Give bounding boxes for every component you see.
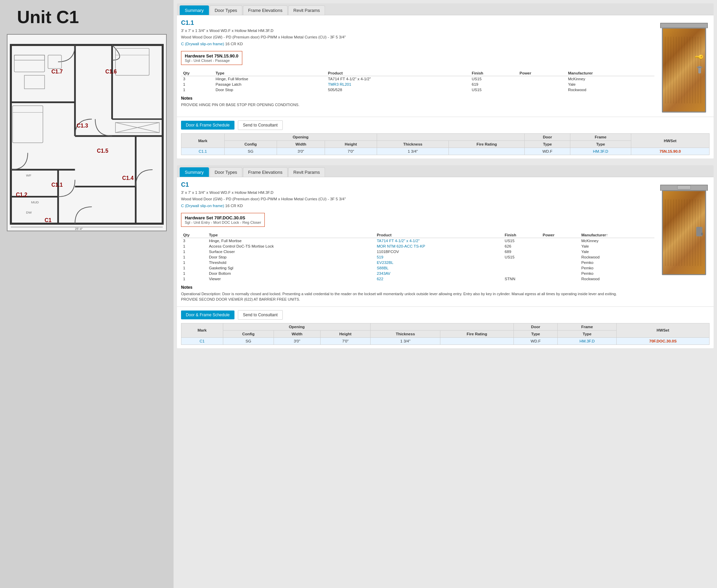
svg-text:C1.1: C1.1 [51,182,63,188]
door-frame-schedule-btn-bottom[interactable]: Door & Frame Schedule [181,310,234,319]
sched-dtype-top: Type [525,141,570,148]
door-image-container-top: 🔑 [658,19,710,113]
door-card-c1-1: Summary Door Types Frame Elevations Revi… [177,3,714,158]
hw-product[interactable]: S88BL [375,265,503,271]
hw-qty: 1 [181,271,207,276]
hw-product[interactable]: TA714 FT 4-1/2" x 4-1/2" [375,238,503,243]
svg-text:C1.6: C1.6 [105,69,117,74]
hw-table-bottom: Qty Type Product Finish Power Manufactur… [181,232,654,282]
tab-frame-elevations-top[interactable]: Frame Elevations [243,5,288,15]
hw-row-bottom: 1 Access Control DoC-TS Mortise Lock MOR… [181,243,654,249]
hw-power [541,249,579,254]
send-to-consultant-btn-bottom[interactable]: Send to Consultant [238,310,283,320]
sched-height-bottom: Height [320,330,371,337]
hw-manufacturer: Yale [566,82,654,87]
hw-product[interactable]: EV232BL [375,260,503,265]
tab-summary-bottom[interactable]: Summary [180,167,209,177]
hw-product: 1101BFCOV [375,249,503,254]
sched-config-top: Config [224,141,277,148]
sched-hwset-bottom: HWSet [617,323,710,337]
col-manufacturer-top: Manufacturer [566,70,654,76]
door-id-bottom: C1 [181,181,654,188]
schedule-header-bottom: Door & Frame Schedule Send to Consultant [181,310,710,320]
row-hwset-top[interactable]: 75N.15.90.0 [631,148,709,155]
keyhole-bottom [701,233,703,235]
row-ftype-top[interactable]: HM.3F.D [570,148,631,155]
svg-rect-15 [115,48,149,75]
door-frame-schedule-btn-top[interactable]: Door & Frame Schedule [181,121,234,130]
hw-qty: 1 [181,87,213,93]
hw-row-top: 3 Hinge, Full Mortise TA714 FT 4-1/2" x … [181,76,654,82]
floor-plan: WF DW MUD C1.7 C1.6 C1.3 C1.5 C1.2 C1.1 … [7,34,167,231]
svg-text:25'-4": 25'-4" [75,227,83,231]
tab-door-types-bottom[interactable]: Door Types [210,167,242,177]
hw-product[interactable]: 2343AV [375,271,503,276]
door-desc-2-bottom: Wood Wood Door (GW) - PD (Premium door) … [181,196,654,202]
hw-table-top: Qty Type Product Finish Power Manufactur… [181,70,654,93]
door-image-container-bottom [658,181,710,302]
door-frame-desc-bottom: C (Drywall slip-on frame) 16 CR KD [181,203,654,209]
hw-row-top: 1 Door Stop 505/528 US15 Rockwood [181,87,654,93]
frame-link-top[interactable]: C (Drywall slip-on frame) [181,42,224,46]
tab-frame-elevations-bottom[interactable]: Frame Elevations [243,167,288,177]
sched-spacer2 [371,323,514,330]
hw-power [541,254,579,260]
hw-product[interactable]: TMR3 RL201 [326,82,470,87]
hw-type: Door Bottom [207,271,375,276]
row-height-bottom: 7'0" [320,337,371,345]
notes-label-top: Notes [181,96,654,101]
hw-type: Door Stop [207,254,375,260]
hw-qty: 1 [181,249,207,254]
door-desc-2-top: Wood Wood Door (GW) - PD (Premium door) … [181,34,654,40]
row-thick-bottom: 1 3/4" [371,337,440,345]
svg-text:WF: WF [26,173,31,177]
hw-qty: 1 [181,254,207,260]
sched-height-top: Height [325,141,377,148]
tab-bar-bottom: Summary Door Types Frame Elevations Revi… [177,165,714,177]
hw-type: Gasketing Sgl [207,265,375,271]
hw-qty: 3 [181,238,207,243]
door-image-top: 🔑 [662,28,706,113]
schedule-section-top: Door & Frame Schedule Send to Consultant… [177,117,714,158]
row-mark-top[interactable]: C1.1 [181,148,225,155]
hw-finish: US15 [470,87,517,93]
hw-finish [503,260,541,265]
sched-door-bottom: Door [514,323,558,330]
hw-qty: 3 [181,76,213,82]
notes-text-top: PROVIDE HINGE PIN OR BASE STOP PER OPENI… [181,102,654,108]
row-mark-bottom[interactable]: C1 [181,337,223,345]
hw-power [518,82,566,87]
sched-ftype-top: Type [570,141,631,148]
hw-row-bottom: 1 Door Bottom 2343AV Pemko [181,271,654,276]
hw-product[interactable]: MOR NTM 620-ACC TS-KP [375,243,503,249]
row-hwset-bottom[interactable]: 70F.DOC.30.0S [617,337,710,345]
row-ftype-bottom[interactable]: HM.3F.D [558,337,617,345]
door-desc-1-top: 3' x 7' x 1 3/4" x Wood WD.F x Hollow Me… [181,28,654,34]
hw-product[interactable]: 519 [375,254,503,260]
sched-thick-bottom: Thickness [371,330,440,337]
hw-manufacturer: Rockwood [579,254,654,260]
hw-row-bottom: 1 Viewer 622 STNN Rockwood [181,276,654,282]
col-finish-bottom: Finish [503,232,541,238]
col-qty-top: Qty [181,70,213,76]
hw-finish: US15 [503,238,541,243]
send-to-consultant-btn-top[interactable]: Send to Consultant [238,120,283,130]
frame-link-bottom[interactable]: C (Drywall slip-on frame) [181,204,224,208]
sched-opening-top: Opening [224,134,377,141]
hw-manufacturer: Pemko [579,265,654,271]
hw-product[interactable]: 622 [375,276,503,282]
hw-manufacturer: Rockwood [579,276,654,282]
hw-finish: 689 [503,249,541,254]
hw-row-bottom: 1 Threshold EV232BL Pemko [181,260,654,265]
row-width-bottom: 3'0" [274,337,321,345]
tab-door-types-top[interactable]: Door Types [210,5,242,15]
notes-section-top: Notes PROVIDE HINGE PIN OR BASE STOP PER… [181,96,654,108]
tab-revit-params-top[interactable]: Revit Params [288,5,325,15]
hw-set-title-bottom: Hardware Set 70F.DOC.30.0S [185,215,261,220]
tab-revit-params-bottom[interactable]: Revit Params [288,167,325,177]
door-card-c1: Summary Door Types Frame Elevations Revi… [177,165,714,348]
hw-finish [503,265,541,271]
col-type-bottom: Type [207,232,375,238]
tab-summary-top[interactable]: Summary [180,5,209,15]
door-closer-bottom [677,185,691,189]
